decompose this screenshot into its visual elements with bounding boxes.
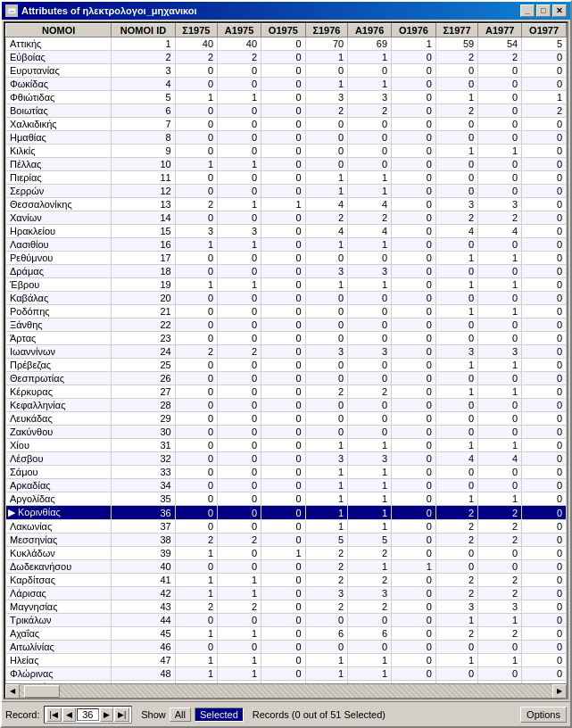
close-button[interactable]: ✕	[552, 4, 567, 17]
table-row[interactable]: Κέρκυρας27000220110	[6, 385, 567, 399]
table-row[interactable]: Ζακύνθου30000000000	[6, 426, 567, 439]
cell-value: 3	[305, 265, 347, 278]
cell-value: 0	[261, 332, 306, 345]
table-row[interactable]: Ιωαννίνων24220330330	[6, 345, 567, 359]
table-row[interactable]: Λάρισας42110330220	[6, 587, 567, 600]
table-row[interactable]: Ευρυτανίας3000000000	[6, 64, 567, 78]
table-row[interactable]: Αττικής1404007069159545	[6, 37, 567, 51]
cell-value: 1	[175, 654, 217, 667]
nav-prev-button[interactable]: ◀	[62, 707, 76, 722]
table-row[interactable]: Ροδόπης21000000110	[6, 305, 567, 318]
cell-value: 0	[305, 118, 347, 131]
cell-value: 0	[305, 131, 347, 145]
table-row[interactable]: Αρκαδίας34000110000	[6, 479, 567, 492]
cell-value: 0	[478, 412, 522, 426]
nav-next-button[interactable]: ▶	[100, 707, 113, 722]
scroll-track[interactable]	[20, 684, 552, 699]
table-row[interactable]: Καβάλας20000000000	[6, 292, 567, 305]
col-header-nomoi-id[interactable]: ΝΟΜΟΙ ID	[112, 24, 175, 37]
col-header-o1975[interactable]: Ο1975	[261, 24, 306, 37]
record-number[interactable]: 36	[77, 708, 99, 721]
cell-value: 0	[522, 265, 567, 278]
table-row[interactable]: Πέλλας10110000000	[6, 158, 567, 171]
cell-value: 0	[435, 547, 477, 560]
col-header-a1977[interactable]: Α1977	[478, 24, 522, 37]
table-row[interactable]: Ξάνθης22000000000	[6, 318, 567, 332]
table-row[interactable]: Δωδεκανήσου40000211000	[6, 560, 567, 574]
table-row[interactable]: Έβρου19110110110	[6, 278, 567, 292]
table-row[interactable]: Φθιώτιδας5110330101	[6, 91, 567, 104]
table-row[interactable]: Μαγνησίας43220220330	[6, 600, 567, 614]
table-row[interactable]: Ηλείας47110110110	[6, 654, 567, 667]
cell-name: Κεφαλληνίας	[6, 399, 112, 412]
table-container[interactable]: ΝΟΜΟΙ ΝΟΜΟΙ ID Σ1975 Α1975 Ο1975 Σ1976 Α…	[5, 23, 567, 683]
table-row[interactable]: Αχαΐας45110660220	[6, 627, 567, 641]
record-label: Record:	[5, 709, 40, 720]
maximize-button[interactable]: □	[536, 4, 551, 17]
cell-value: 1	[348, 466, 392, 479]
table-row[interactable]: Λακωνίας37000110220	[6, 520, 567, 534]
cell-value: 2	[305, 600, 347, 614]
table-row[interactable]: Ημαθίας8000000000	[6, 131, 567, 145]
table-row[interactable]: Βοιωτίας6000220202	[6, 104, 567, 118]
col-header-s1975[interactable]: Σ1975	[175, 24, 217, 37]
table-row[interactable]: Τρικάλων44000000110	[6, 614, 567, 627]
minimize-button[interactable]: _	[520, 4, 535, 17]
table-row[interactable]: Λευκάδας29000000000	[6, 412, 567, 426]
horizontal-scrollbar[interactable]: ◀ ▶	[5, 684, 567, 699]
table-row[interactable]: Χανίων14000220220	[6, 211, 567, 225]
table-row[interactable]: Θεσπρωτίας26000000000	[6, 372, 567, 385]
table-row[interactable]: Φωκίδας4000110000	[6, 78, 567, 91]
table-row[interactable]: Εύβοίας2220110220	[6, 51, 567, 64]
scroll-left-button[interactable]: ◀	[5, 684, 20, 699]
table-row[interactable]: Κυκλάδων39101220000	[6, 547, 567, 560]
table-row[interactable]: Ρεθύμνου17000000110	[6, 252, 567, 265]
table-row[interactable]: Κιλκίς9000000110	[6, 145, 567, 158]
nav-last-button[interactable]: ▶|	[114, 707, 129, 722]
cell-name: Ξάνθης	[6, 318, 112, 332]
table-row[interactable]: Ηρακλείου15330440440	[6, 225, 567, 238]
table-row[interactable]: Φλώρινας48110110000	[6, 667, 567, 681]
cell-value: 1	[478, 305, 522, 318]
table-row[interactable]: Καρδίτσας41110220220	[6, 574, 567, 587]
cell-value: 0	[261, 654, 306, 667]
table-row[interactable]: Πιερίας11000110000	[6, 171, 567, 185]
show-selected-button[interactable]: Selected	[195, 707, 244, 722]
scroll-right-button[interactable]: ▶	[552, 684, 567, 699]
cell-name: Μαγνησίας	[6, 600, 112, 614]
cell-value: 0	[392, 158, 436, 171]
table-row[interactable]: Δράμας18000330000	[6, 265, 567, 278]
table-row[interactable]: Αργολίδας35000110110	[6, 492, 567, 506]
col-header-s1977[interactable]: Σ1977	[435, 24, 477, 37]
options-button[interactable]: Options	[520, 707, 567, 723]
table-row[interactable]: Κεφαλληνίας28000000000	[6, 399, 567, 412]
nav-first-button[interactable]: |◀	[46, 707, 62, 722]
record-navigation: |◀ ◀ 36 ▶ ▶|	[44, 706, 133, 724]
show-all-button[interactable]: All	[170, 707, 191, 722]
table-row[interactable]: ▶ Κορινθίας36000110220	[6, 506, 567, 520]
cell-value: 3	[478, 345, 522, 359]
cell-value: 0	[305, 318, 347, 332]
col-header-s1976[interactable]: Σ1976	[305, 24, 347, 37]
table-row[interactable]: Σερρών12000110000	[6, 185, 567, 198]
table-row[interactable]: Πρέβεζας25000000110	[6, 359, 567, 372]
col-header-a1976[interactable]: Α1976	[348, 24, 392, 37]
cell-value: 33	[112, 466, 175, 479]
table-row[interactable]: Μεσσηνίας38220550220	[6, 534, 567, 547]
scroll-thumb[interactable]	[24, 685, 60, 698]
table-row[interactable]: Χίου31000110110	[6, 439, 567, 452]
cell-value: 0	[435, 412, 477, 426]
table-row[interactable]: Θεσσαλονίκης13211440330	[6, 198, 567, 211]
col-header-a1975[interactable]: Α1975	[218, 24, 261, 37]
cell-value: 4	[435, 452, 477, 466]
col-header-o1976[interactable]: Ο1976	[392, 24, 436, 37]
col-header-o1977[interactable]: Ο1977	[522, 24, 567, 37]
table-row[interactable]: Αιτωλίνίας46000000000	[6, 641, 567, 654]
table-row[interactable]: Λέσβου32000330440	[6, 452, 567, 466]
table-row[interactable]: Χαλκιδικής7000000000	[6, 118, 567, 131]
table-row[interactable]: Σάμου33000110000	[6, 466, 567, 479]
table-row[interactable]: Άρτας23000000000	[6, 332, 567, 345]
table-row[interactable]: Λασιθίου16110110000	[6, 238, 567, 252]
col-header-nomoi[interactable]: ΝΟΜΟΙ	[6, 24, 112, 37]
cell-value: 3	[435, 198, 477, 211]
